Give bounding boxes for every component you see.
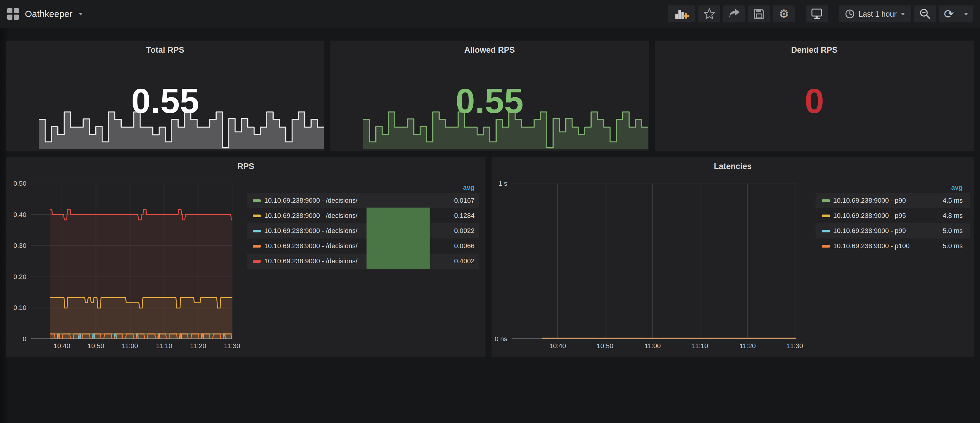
legend-avg-value: 4.8 ms [943, 212, 963, 220]
x-tick-label: 11:10 [156, 342, 172, 350]
legend-avg-value: 5.0 ms [943, 227, 963, 235]
x-tick-label: 11:30 [224, 342, 240, 350]
x-tick-label: 10:40 [549, 342, 566, 350]
legend-series-label: 10.10.69.238:9000 - /decisions/ [264, 196, 357, 204]
grid-square [14, 14, 19, 20]
star-button[interactable] [698, 5, 721, 23]
panel-denied-rps: Denied RPS 0 [655, 41, 974, 151]
legend-color-swatch [253, 230, 261, 233]
legend-avg-value: 0.1284 [454, 212, 474, 220]
refresh-button[interactable]: ⟳ [939, 5, 959, 22]
zoom-out-icon [919, 8, 931, 20]
x-tick-label: 10:50 [597, 342, 613, 350]
legend-series-label: 10.10.69.238:9000 - p95 [833, 212, 906, 220]
grid-square [14, 8, 19, 13]
legend-color-swatch [253, 245, 261, 247]
dashboard-title[interactable]: Oathkeeper [25, 9, 73, 19]
legend-row[interactable]: 10.10.69.238:9000 - /decisions/0.0167 [247, 193, 479, 208]
x-tick-label: 10:40 [53, 342, 70, 350]
legend-avg-value: 5.0 ms [943, 242, 963, 250]
panel-title[interactable]: Denied RPS [655, 46, 974, 55]
toolbar: ⚙ Last 1 hour [665, 5, 973, 23]
refresh-button-group: ⟳ [939, 5, 973, 23]
y-tick-label: 0.40 [13, 211, 26, 219]
refresh-interval-caret[interactable] [959, 5, 973, 22]
x-tick-label: 11:30 [787, 342, 803, 350]
legend-overlay-box [366, 208, 430, 269]
legend-row[interactable]: 10.10.69.238:9000 - p1005.0 ms [816, 238, 970, 253]
sparkline-svg [39, 110, 324, 149]
x-tick-label: 11:20 [190, 342, 206, 350]
legend-series-label: 10.10.69.238:9000 - p99 [833, 227, 906, 235]
share-button[interactable] [723, 5, 746, 23]
panel-total-rps: Total RPS 0.55 [6, 41, 325, 151]
zoom-out-button[interactable] [914, 5, 936, 23]
legend-row[interactable]: 10.10.69.238:9000 - /decisions/0.0066 [247, 238, 479, 253]
chart-svg [512, 184, 796, 339]
legend-row[interactable]: 10.10.69.238:9000 - /decisions/0.0022 [247, 223, 479, 238]
caret-down-icon [964, 13, 968, 16]
legend-avg-value: 0.0167 [454, 196, 474, 204]
y-tick-label: 0 [23, 335, 26, 343]
panel-allowed-rps: Allowed RPS 0.55 [331, 41, 649, 151]
stat-value-denied: 0 [655, 84, 974, 119]
sparkline-svg [363, 110, 648, 149]
rps-plot-area[interactable] [31, 184, 232, 339]
refresh-icon: ⟳ [944, 8, 954, 20]
save-button[interactable] [748, 5, 770, 23]
legend-series-label: 10.10.69.238:9000 - /decisions/ [264, 212, 357, 220]
x-tick-label: 11:20 [740, 342, 756, 350]
legend-series-label: 10.10.69.238:9000 - /decisions/ [264, 227, 357, 235]
add-panel-icon [675, 8, 689, 20]
dashboard-dropdown-caret[interactable] [79, 13, 83, 16]
x-tick-label: 11:10 [692, 342, 708, 350]
monitor-icon [810, 8, 823, 20]
y-tick-label: 0.10 [13, 304, 26, 312]
legend-color-swatch [822, 200, 830, 202]
legend-color-swatch [822, 245, 830, 247]
rps-x-axis: 10:4010:5011:0011:1011:2011:30 [31, 342, 251, 351]
legend-series-label: 10.10.69.238:9000 - /decisions/ [264, 242, 357, 250]
legend-color-swatch [822, 230, 830, 233]
y-tick-label: 0.30 [13, 242, 26, 250]
legend-row[interactable]: 10.10.69.238:9000 - /decisions/0.1284 [247, 208, 479, 223]
y-tick-label: 0.20 [13, 273, 26, 281]
settings-button[interactable]: ⚙ [773, 5, 795, 23]
time-range-picker[interactable]: Last 1 hour [838, 5, 912, 23]
legend-avg-header: avg [463, 184, 474, 191]
share-icon [727, 8, 741, 20]
dashboard-grid-icon[interactable] [7, 8, 19, 20]
panel-title[interactable]: Latencies [492, 162, 974, 171]
legend-color-swatch [253, 200, 261, 202]
add-panel-button[interactable] [668, 5, 696, 23]
grid-square [7, 14, 13, 20]
latencies-y-axis: 1 s0 ns [492, 184, 507, 339]
panel-latencies-graph: Latencies 1 s0 ns 10:4010:5011:0011:1011… [492, 157, 974, 357]
legend-row[interactable]: 10.10.69.238:9000 - p995.0 ms [816, 223, 970, 238]
legend-avg-header: avg [951, 184, 963, 191]
panel-rps-graph: RPS 0.500.400.300.200.100 10:4010:5011:0… [6, 157, 485, 357]
y-tick-label: 1 s [498, 180, 507, 188]
legend-avg-value: 0.0022 [454, 227, 474, 235]
x-tick-label: 10:50 [88, 342, 104, 350]
star-icon [703, 8, 716, 20]
legend-row[interactable]: 10.10.69.238:9000 - /decisions/0.4002 [247, 253, 479, 269]
latencies-plot-area[interactable] [512, 184, 796, 339]
panel-title[interactable]: Allowed RPS [331, 46, 649, 55]
y-tick-label: 0 ns [495, 335, 507, 343]
tv-mode-button[interactable] [805, 5, 828, 23]
legend-row[interactable]: 10.10.69.238:9000 - p904.5 ms [816, 193, 970, 208]
clock-icon [845, 9, 855, 19]
legend-color-swatch [253, 214, 261, 217]
panel-title[interactable]: RPS [6, 162, 485, 171]
panel-title[interactable]: Total RPS [6, 46, 325, 55]
legend-row[interactable]: 10.10.69.238:9000 - p954.8 ms [816, 208, 970, 223]
legend-series-label: 10.10.69.238:9000 - p90 [833, 196, 906, 204]
legend-color-swatch [822, 214, 830, 217]
chart-svg [31, 184, 232, 339]
save-icon [753, 8, 765, 20]
time-range-label: Last 1 hour [859, 10, 897, 19]
x-tick-label: 11:00 [122, 342, 138, 350]
legend-avg-value: 0.0066 [454, 242, 474, 250]
latencies-x-axis: 10:4010:5011:0011:1011:2011:30 [512, 342, 815, 351]
